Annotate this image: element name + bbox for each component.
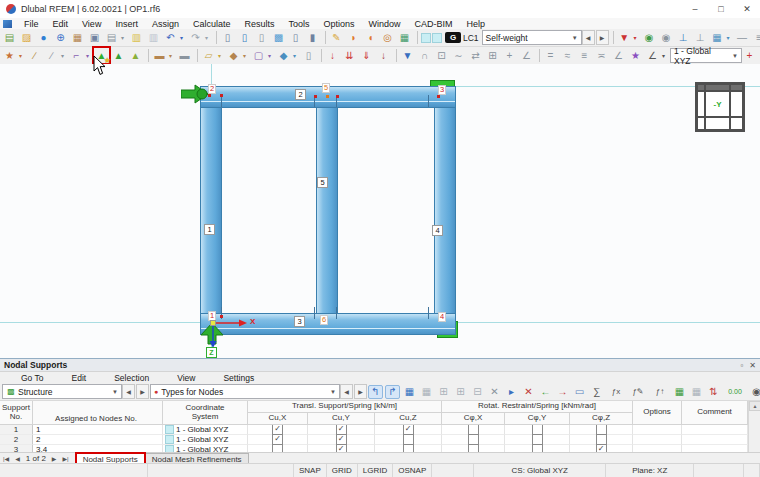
scroll-up-icon[interactable]: ▲ (749, 401, 760, 411)
table-group-combo[interactable]: ▩ Structure▼ (2, 384, 122, 399)
panel-menu-item[interactable]: Settings (209, 373, 268, 383)
panel-menu-item[interactable]: Selection (100, 373, 163, 383)
new-dimension-icon[interactable]: ▯ (301, 49, 318, 63)
insert-row-icon[interactable]: ▸ (504, 385, 519, 399)
menu-item[interactable]: Results (237, 19, 281, 29)
menu-item[interactable]: Options (316, 19, 361, 29)
table-row[interactable]: 2 2 1 - Global XYZ ✓ ✓ (0, 435, 748, 445)
dock-icon[interactable]: ▫ (740, 361, 743, 370)
spline-tool-icon[interactable]: ∼ (451, 49, 468, 63)
print-icon[interactable]: ▤▾ (104, 31, 129, 45)
member-number-label[interactable]: 1 (204, 224, 215, 235)
model-canvas[interactable]: 12345 253164 X Z -Y (0, 64, 760, 358)
align-curve-icon[interactable]: ≈ (560, 49, 577, 63)
new-member-set-icon[interactable]: ▬ (177, 49, 194, 63)
member-number-label[interactable]: 2 (295, 89, 306, 100)
delete-row-icon[interactable]: ✕ (521, 385, 536, 399)
snap-toggle[interactable]: LGRID (358, 464, 393, 477)
menu-item[interactable]: View (75, 19, 108, 29)
units-icon[interactable]: ▦ (689, 385, 704, 399)
first-table-button[interactable]: |◀ (0, 455, 12, 462)
prev-table-button[interactable]: ◀ (122, 384, 135, 399)
node-marker[interactable] (336, 95, 339, 98)
new-line-support-icon[interactable]: ▲ (111, 49, 128, 63)
col-assigned-nodes[interactable]: Assigned to Nodes No. (33, 401, 163, 425)
display-panel-icon[interactable]: ▦▾ (710, 31, 735, 45)
types-for-nodes-combo[interactable]: ● Types for Nodes▼ (150, 384, 340, 399)
sum-icon[interactable]: ∑ (589, 385, 604, 399)
view-cube[interactable]: -Y (695, 82, 745, 132)
col-coordinate-system[interactable]: CoordinateSystem (163, 401, 248, 425)
program-settings-icon[interactable]: ⊕ (53, 31, 70, 45)
new-section-icon[interactable]: ◆▾ (276, 49, 301, 63)
new-surface-load-icon[interactable]: ⇓ (359, 49, 376, 63)
snap-toggle[interactable]: OSNAP (393, 464, 432, 477)
new-nodal-load-icon[interactable]: ↓ (325, 49, 342, 63)
table-mid-icon[interactable]: ⊞ (453, 385, 468, 399)
align-parallel-icon[interactable]: ≡ (577, 49, 594, 63)
project-manager-icon[interactable]: ▦ (70, 31, 87, 45)
panel-menu-item[interactable]: Go To (7, 373, 58, 383)
snap-assistant-icon[interactable]: ★ (628, 49, 645, 63)
new-solid-icon[interactable]: ◆▾ (226, 49, 251, 63)
menu-item[interactable]: Insert (108, 19, 145, 29)
table-inactive-icon[interactable]: ▦ (419, 385, 434, 399)
printout-report-icon[interactable]: ▥ (146, 31, 163, 45)
member-5-middle-column[interactable] (316, 102, 338, 318)
snap-toggle[interactable]: GRID (327, 464, 358, 477)
save-icon[interactable]: ▣ (87, 31, 104, 45)
worksheet-panel-icon[interactable]: ▯ (288, 31, 305, 45)
panel-close-icon[interactable]: ✕ (749, 361, 756, 370)
prev-load-case-button[interactable]: ◀ (582, 30, 595, 45)
panel-menu-item[interactable]: View (163, 373, 209, 383)
last-table-button[interactable]: ▶| (59, 455, 71, 462)
status-panel-icon[interactable]: ▮ (305, 31, 322, 45)
next-load-case-button[interactable]: ▶ (596, 30, 609, 45)
node-number-label[interactable]: 4 (438, 312, 446, 322)
new-elastic-foundation-icon[interactable]: ▲ (128, 49, 145, 63)
user-cs-icon[interactable]: + (742, 49, 759, 63)
prev-type-button[interactable]: ◀ (340, 384, 353, 399)
col-options[interactable]: Options (633, 401, 682, 425)
menu-item[interactable]: Edit (46, 19, 76, 29)
align-angle-icon[interactable]: ∠ (611, 49, 628, 63)
measure-icon[interactable]: — (735, 31, 752, 45)
stamp-icon[interactable]: ◎ (380, 31, 397, 45)
tables-panel-icon[interactable]: ▯ (237, 31, 254, 45)
delete-table-icon[interactable]: ✕ (487, 385, 502, 399)
panel-menu-item[interactable]: Edit (58, 373, 101, 383)
detail-window-icon[interactable]: ▭ (572, 385, 587, 399)
chart-tool-icon[interactable]: ∠▾ (645, 49, 670, 63)
rotate-icon[interactable]: + (502, 49, 519, 63)
menu-item[interactable]: CAD-BIM (408, 19, 460, 29)
col-cphiy[interactable]: Cφ,Y (505, 413, 570, 425)
relations-back-icon[interactable]: ↰ (368, 385, 383, 399)
filter-loadcase-icon[interactable]: ▼▾ (617, 31, 642, 45)
move-copy-icon[interactable]: ⇄ (468, 49, 485, 63)
search-icon[interactable]: ◉ (749, 385, 760, 399)
arc-tool-icon[interactable]: ∩ (417, 49, 434, 63)
node-number-label[interactable]: 3 (438, 85, 446, 95)
formula-import-icon[interactable]: ƒ↑ (650, 385, 670, 399)
member-number-label[interactable]: 4 (432, 225, 443, 236)
new-surface-icon[interactable]: ▱▾ (201, 49, 226, 63)
relations-forward-icon[interactable]: ↱ (385, 385, 400, 399)
undo-icon[interactable]: ↶▾ (163, 31, 188, 45)
table-first-icon[interactable]: ⊞ (436, 385, 451, 399)
select-filter-icon[interactable]: ▼ (400, 49, 417, 63)
new-model-icon[interactable]: ▤ (2, 31, 19, 45)
menu-item[interactable]: File (17, 19, 46, 29)
formula-icon[interactable]: ƒx (606, 385, 626, 399)
minimize-button[interactable]: – (682, 1, 708, 18)
comment-icon[interactable]: ✎ (329, 31, 346, 45)
formula-edit-icon[interactable]: ƒ✎ (628, 385, 648, 399)
box-select-icon[interactable]: ⊡ (434, 49, 451, 63)
col-cuy[interactable]: Cu,Y (308, 413, 375, 425)
col-cphiz[interactable]: Cφ,Z (570, 413, 633, 425)
export-table-icon[interactable]: → (555, 385, 570, 399)
node-number-label[interactable]: 5 (322, 83, 330, 93)
table-last-icon[interactable]: ⊟ (470, 385, 485, 399)
open-model-icon[interactable]: ▨ (19, 31, 36, 45)
col-comment[interactable]: Comment (682, 401, 748, 425)
new-free-load-icon[interactable]: ↓ (376, 49, 393, 63)
